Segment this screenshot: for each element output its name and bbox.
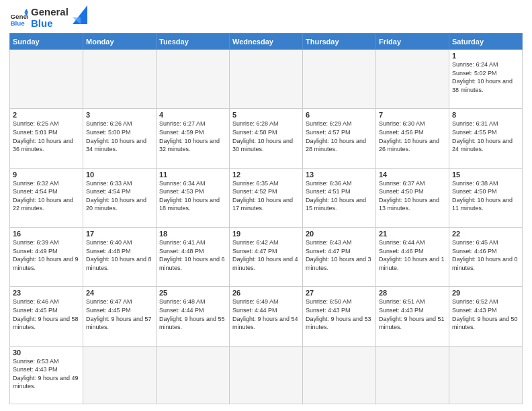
calendar-day-cell: 27Sunrise: 6:50 AM Sunset: 4:43 PM Dayli…	[303, 287, 376, 346]
calendar-day-cell	[157, 346, 230, 404]
day-info: Sunrise: 6:40 AM Sunset: 4:48 PM Dayligh…	[86, 238, 153, 272]
day-info: Sunrise: 6:33 AM Sunset: 4:54 PM Dayligh…	[86, 179, 153, 213]
day-number: 16	[13, 230, 80, 238]
day-number: 29	[452, 289, 519, 297]
header: General Blue General Blue	[9, 7, 523, 29]
calendar-day-header: Wednesday	[230, 34, 303, 50]
day-number: 4	[159, 111, 226, 119]
day-number: 8	[452, 111, 519, 119]
page: General Blue General Blue SundayMondayTu…	[0, 0, 532, 411]
day-info: Sunrise: 6:41 AM Sunset: 4:48 PM Dayligh…	[159, 238, 226, 272]
day-number: 21	[379, 230, 446, 238]
calendar-day-cell	[83, 346, 157, 404]
calendar-day-cell: 23Sunrise: 6:46 AM Sunset: 4:45 PM Dayli…	[10, 287, 83, 346]
day-info: Sunrise: 6:49 AM Sunset: 4:44 PM Dayligh…	[232, 298, 300, 331]
calendar-day-cell: 15Sunrise: 6:38 AM Sunset: 4:50 PM Dayli…	[449, 168, 523, 227]
calendar-day-cell: 1Sunrise: 6:24 AM Sunset: 5:02 PM Daylig…	[449, 50, 523, 109]
day-info: Sunrise: 6:30 AM Sunset: 4:56 PM Dayligh…	[379, 120, 446, 153]
day-info: Sunrise: 6:26 AM Sunset: 5:00 PM Dayligh…	[86, 120, 153, 153]
calendar-day-cell: 14Sunrise: 6:37 AM Sunset: 4:50 PM Dayli…	[376, 168, 449, 227]
calendar-day-cell: 17Sunrise: 6:40 AM Sunset: 4:48 PM Dayli…	[83, 227, 157, 286]
calendar-day-cell: 12Sunrise: 6:35 AM Sunset: 4:52 PM Dayli…	[230, 168, 303, 227]
calendar-day-cell: 29Sunrise: 6:52 AM Sunset: 4:43 PM Dayli…	[449, 287, 523, 346]
logo-general-text: General	[31, 7, 69, 18]
calendar-day-cell: 20Sunrise: 6:43 AM Sunset: 4:47 PM Dayli…	[303, 227, 376, 286]
day-info: Sunrise: 6:53 AM Sunset: 4:43 PM Dayligh…	[13, 357, 80, 391]
day-number: 12	[232, 171, 300, 179]
calendar-day-cell: 3Sunrise: 6:26 AM Sunset: 5:00 PM Daylig…	[83, 109, 157, 168]
day-number: 28	[379, 289, 446, 297]
calendar-day-cell: 25Sunrise: 6:48 AM Sunset: 4:44 PM Dayli…	[157, 287, 230, 346]
day-number: 17	[86, 230, 153, 238]
day-number: 2	[13, 111, 80, 119]
day-info: Sunrise: 6:51 AM Sunset: 4:43 PM Dayligh…	[379, 298, 446, 331]
day-info: Sunrise: 6:37 AM Sunset: 4:50 PM Dayligh…	[379, 179, 446, 213]
day-number: 25	[159, 289, 226, 297]
calendar-day-cell: 30Sunrise: 6:53 AM Sunset: 4:43 PM Dayli…	[10, 346, 83, 404]
day-number: 3	[86, 111, 153, 119]
calendar-day-cell	[230, 50, 303, 109]
calendar-day-cell	[303, 50, 376, 109]
calendar-day-cell: 19Sunrise: 6:42 AM Sunset: 4:47 PM Dayli…	[230, 227, 303, 286]
calendar-day-cell: 8Sunrise: 6:31 AM Sunset: 4:55 PM Daylig…	[449, 109, 523, 168]
calendar-week-row: 30Sunrise: 6:53 AM Sunset: 4:43 PM Dayli…	[10, 346, 523, 404]
calendar-day-header: Monday	[83, 34, 157, 50]
calendar-day-cell: 2Sunrise: 6:25 AM Sunset: 5:01 PM Daylig…	[10, 109, 83, 168]
day-info: Sunrise: 6:36 AM Sunset: 4:51 PM Dayligh…	[306, 179, 373, 213]
calendar-day-cell: 24Sunrise: 6:47 AM Sunset: 4:45 PM Dayli…	[83, 287, 157, 346]
logo-icon: General Blue	[9, 9, 28, 28]
calendar-day-header: Tuesday	[157, 34, 230, 50]
day-number: 5	[232, 111, 300, 119]
day-number: 11	[159, 171, 226, 179]
logo-blue-text: Blue	[31, 18, 69, 30]
day-info: Sunrise: 6:32 AM Sunset: 4:54 PM Dayligh…	[13, 179, 80, 213]
calendar-day-cell: 7Sunrise: 6:30 AM Sunset: 4:56 PM Daylig…	[376, 109, 449, 168]
calendar-day-cell: 22Sunrise: 6:45 AM Sunset: 4:46 PM Dayli…	[449, 227, 523, 286]
calendar-day-cell: 10Sunrise: 6:33 AM Sunset: 4:54 PM Dayli…	[83, 168, 157, 227]
day-number: 7	[379, 111, 446, 119]
day-number: 15	[452, 171, 519, 179]
logo-triangle-icon	[73, 5, 87, 24]
day-info: Sunrise: 6:48 AM Sunset: 4:44 PM Dayligh…	[159, 298, 226, 331]
calendar-day-cell: 13Sunrise: 6:36 AM Sunset: 4:51 PM Dayli…	[303, 168, 376, 227]
calendar-day-cell	[449, 346, 523, 404]
calendar-day-cell: 5Sunrise: 6:28 AM Sunset: 4:58 PM Daylig…	[230, 109, 303, 168]
day-info: Sunrise: 6:44 AM Sunset: 4:46 PM Dayligh…	[379, 238, 446, 272]
day-info: Sunrise: 6:29 AM Sunset: 4:57 PM Dayligh…	[306, 120, 373, 153]
day-info: Sunrise: 6:50 AM Sunset: 4:43 PM Dayligh…	[306, 298, 373, 331]
day-number: 26	[232, 289, 300, 297]
day-number: 14	[379, 171, 446, 179]
calendar-day-cell: 21Sunrise: 6:44 AM Sunset: 4:46 PM Dayli…	[376, 227, 449, 286]
calendar-day-cell	[376, 50, 449, 109]
calendar-table: SundayMondayTuesdayWednesdayThursdayFrid…	[9, 33, 523, 404]
calendar-day-cell: 9Sunrise: 6:32 AM Sunset: 4:54 PM Daylig…	[10, 168, 83, 227]
day-number: 19	[232, 230, 300, 238]
day-info: Sunrise: 6:52 AM Sunset: 4:43 PM Dayligh…	[452, 298, 519, 331]
day-info: Sunrise: 6:39 AM Sunset: 4:49 PM Dayligh…	[13, 238, 80, 272]
day-number: 22	[452, 230, 519, 238]
calendar-week-row: 2Sunrise: 6:25 AM Sunset: 5:01 PM Daylig…	[10, 109, 523, 168]
day-info: Sunrise: 6:46 AM Sunset: 4:45 PM Dayligh…	[13, 298, 80, 331]
day-number: 24	[86, 289, 153, 297]
calendar-day-cell: 6Sunrise: 6:29 AM Sunset: 4:57 PM Daylig…	[303, 109, 376, 168]
calendar-header-row: SundayMondayTuesdayWednesdayThursdayFrid…	[10, 34, 523, 50]
calendar-day-cell: 4Sunrise: 6:27 AM Sunset: 4:59 PM Daylig…	[157, 109, 230, 168]
calendar-day-cell: 26Sunrise: 6:49 AM Sunset: 4:44 PM Dayli…	[230, 287, 303, 346]
day-number: 18	[159, 230, 226, 238]
calendar-day-cell	[157, 50, 230, 109]
calendar-day-header: Saturday	[449, 34, 523, 50]
day-info: Sunrise: 6:43 AM Sunset: 4:47 PM Dayligh…	[306, 238, 373, 272]
calendar-day-header: Friday	[376, 34, 449, 50]
logo: General Blue General Blue	[9, 7, 87, 29]
day-number: 6	[306, 111, 373, 119]
svg-marker-3	[24, 9, 28, 13]
day-number: 30	[13, 349, 80, 357]
day-number: 23	[13, 289, 80, 297]
day-info: Sunrise: 6:47 AM Sunset: 4:45 PM Dayligh…	[86, 298, 153, 331]
day-info: Sunrise: 6:27 AM Sunset: 4:59 PM Dayligh…	[159, 120, 226, 153]
calendar-day-header: Sunday	[10, 34, 83, 50]
calendar-day-cell	[303, 346, 376, 404]
calendar-day-cell: 11Sunrise: 6:34 AM Sunset: 4:53 PM Dayli…	[157, 168, 230, 227]
calendar-week-row: 9Sunrise: 6:32 AM Sunset: 4:54 PM Daylig…	[10, 168, 523, 227]
svg-text:Blue: Blue	[10, 19, 25, 27]
